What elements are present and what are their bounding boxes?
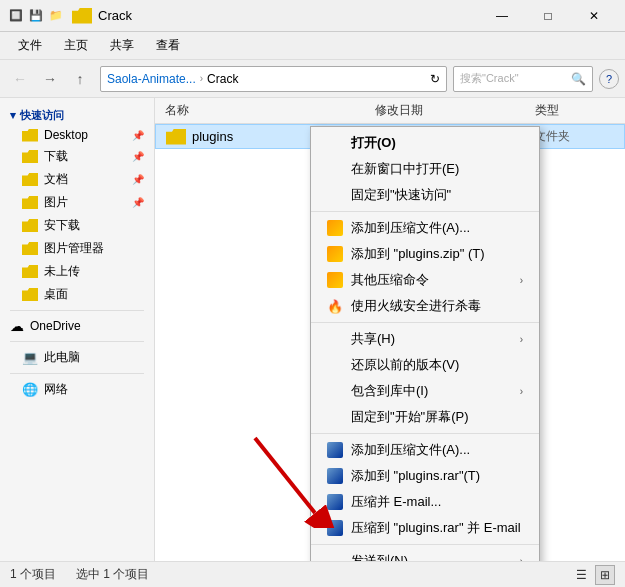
ctx-menu-item[interactable]: 固定到"快速访问" [311, 182, 539, 208]
ctx-menu-item[interactable]: 压缩到 "plugins.rar" 并 E-mail [311, 515, 539, 541]
ctx-item-label: 添加到 "plugins.zip" (T) [351, 245, 484, 263]
folder-icon-title: 📁 [48, 8, 64, 24]
sidebar-item-desktop2[interactable]: 桌面 [0, 283, 154, 306]
ctx-item-label: 还原以前的版本(V) [351, 356, 459, 374]
zip-icon [327, 220, 343, 236]
breadcrumb-current: Crack [207, 72, 238, 86]
svg-line-1 [255, 438, 315, 513]
window-title: Crack [98, 8, 479, 23]
breadcrumb-parent[interactable]: Saola-Animate... [107, 72, 196, 86]
menu-share[interactable]: 共享 [100, 34, 144, 57]
submenu-arrow-icon: › [520, 275, 523, 286]
submenu-arrow-icon: › [520, 334, 523, 345]
zip-icon [327, 246, 343, 262]
ctx-menu-item[interactable]: 添加到压缩文件(A)... [311, 215, 539, 241]
sidebar-item-onedrive[interactable]: ☁ OneDrive [0, 315, 154, 337]
minimize-icon: 🔲 [8, 8, 24, 24]
folder-icon [22, 196, 38, 209]
ctx-item-label: 添加到压缩文件(A)... [351, 219, 470, 237]
sidebar-item-pictures[interactable]: 图片 📌 [0, 191, 154, 214]
chevron-down-icon: ▾ [10, 109, 16, 122]
detail-view-button[interactable]: ⊞ [595, 565, 615, 585]
sidebar-separator3 [10, 373, 144, 374]
sidebar-quick-access: ▾ 快速访问 [0, 104, 154, 125]
sidebar-item-network[interactable]: 🌐 网络 [0, 378, 154, 401]
address-bar[interactable]: Saola-Animate... › Crack ↻ [100, 66, 447, 92]
minimize-button[interactable]: — [479, 0, 525, 32]
ctx-menu-item[interactable]: 还原以前的版本(V) [311, 352, 539, 378]
sidebar-item-picmgr[interactable]: 图片管理器 [0, 237, 154, 260]
menu-file[interactable]: 文件 [8, 34, 52, 57]
sidebar-separator2 [10, 341, 144, 342]
rar-icon [327, 442, 343, 458]
sidebar-item-andown[interactable]: 安下载 [0, 214, 154, 237]
sidebar-item-unuploaded[interactable]: 未上传 [0, 260, 154, 283]
ctx-menu-item[interactable]: 压缩并 E-mail... [311, 489, 539, 515]
ctx-item-label: 压缩并 E-mail... [351, 493, 441, 511]
ctx-icon-empty [327, 331, 343, 347]
sidebar-item-thispc[interactable]: 💻 此电脑 [0, 346, 154, 369]
rar-icon [327, 520, 343, 536]
col-type-header[interactable]: 类型 [535, 102, 615, 119]
toolbar: ← → ↑ Saola-Animate... › Crack ↻ 搜索"Crac… [0, 60, 625, 98]
pin-icon: 📌 [132, 130, 144, 141]
ctx-menu-item[interactable]: 发送到(N)› [311, 548, 539, 561]
ctx-icon-empty [327, 135, 343, 151]
ctx-item-label: 添加到 "plugins.rar"(T) [351, 467, 480, 485]
refresh-button[interactable]: ↻ [430, 72, 440, 86]
content-area: 🔒 anx.com 名称 修改日期 类型 plugins 2018年10月6.3… [155, 98, 625, 561]
ctx-menu-item[interactable]: 其他压缩命令› [311, 267, 539, 293]
ctx-menu-item[interactable]: 🔥使用火绒安全进行杀毒 [311, 293, 539, 319]
network-icon: 🌐 [22, 382, 38, 397]
search-box[interactable]: 搜索"Crack" 🔍 [453, 66, 593, 92]
main-area: ▾ 快速访问 Desktop 📌 下载 📌 文档 📌 图片 📌 安下载 [0, 98, 625, 561]
sidebar-item-documents[interactable]: 文档 📌 [0, 168, 154, 191]
ctx-icon-empty [327, 409, 343, 425]
search-placeholder: 搜索"Crack" [460, 71, 519, 86]
ctx-separator [311, 544, 539, 545]
back-button[interactable]: ← [6, 65, 34, 93]
menu-view[interactable]: 查看 [146, 34, 190, 57]
breadcrumb-sep: › [200, 73, 203, 84]
help-button[interactable]: ? [599, 69, 619, 89]
ctx-icon-empty [327, 383, 343, 399]
ctx-item-label: 其他压缩命令 [351, 271, 429, 289]
column-header: 名称 修改日期 类型 [155, 98, 625, 124]
ctx-icon-empty [327, 357, 343, 373]
pin-icon: 📌 [132, 174, 144, 185]
menu-home[interactable]: 主页 [54, 34, 98, 57]
folder-icon [22, 242, 38, 255]
file-folder-icon [166, 129, 186, 145]
ctx-menu-item[interactable]: 共享(H)› [311, 326, 539, 352]
ctx-icon-empty [327, 161, 343, 177]
title-folder-shape [72, 8, 92, 24]
ctx-item-label: 共享(H) [351, 330, 395, 348]
ctx-icon-empty [327, 553, 343, 561]
ctx-menu-item[interactable]: 添加到 "plugins.zip" (T) [311, 241, 539, 267]
list-view-button[interactable]: ☰ [571, 565, 591, 585]
ctx-menu-item[interactable]: 在新窗口中打开(E) [311, 156, 539, 182]
forward-button[interactable]: → [36, 65, 64, 93]
ctx-menu-item[interactable]: 添加到 "plugins.rar"(T) [311, 463, 539, 489]
sidebar-item-desktop[interactable]: Desktop 📌 [0, 125, 154, 145]
ctx-menu-item[interactable]: 固定到"开始"屏幕(P) [311, 404, 539, 430]
up-button[interactable]: ↑ [66, 65, 94, 93]
sidebar-separator [10, 310, 144, 311]
folder-icon [22, 150, 38, 163]
ctx-menu-item[interactable]: 包含到库中(I)› [311, 378, 539, 404]
maximize-button[interactable]: □ [525, 0, 571, 32]
pin-icon: 📌 [132, 151, 144, 162]
submenu-arrow-icon: › [520, 386, 523, 397]
sidebar-item-downloads[interactable]: 下载 📌 [0, 145, 154, 168]
search-icon: 🔍 [571, 72, 586, 86]
col-name-header[interactable]: 名称 [165, 102, 375, 119]
ctx-menu-item[interactable]: 打开(O) [311, 130, 539, 156]
window-controls[interactable]: — □ ✕ [479, 0, 617, 32]
close-button[interactable]: ✕ [571, 0, 617, 32]
ctx-item-label: 使用火绒安全进行杀毒 [351, 297, 481, 315]
ctx-item-label: 压缩到 "plugins.rar" 并 E-mail [351, 519, 521, 537]
sidebar: ▾ 快速访问 Desktop 📌 下载 📌 文档 📌 图片 📌 安下载 [0, 98, 155, 561]
menu-bar: 文件 主页 共享 查看 [0, 32, 625, 60]
ctx-menu-item[interactable]: 添加到压缩文件(A)... [311, 437, 539, 463]
col-date-header[interactable]: 修改日期 [375, 102, 535, 119]
